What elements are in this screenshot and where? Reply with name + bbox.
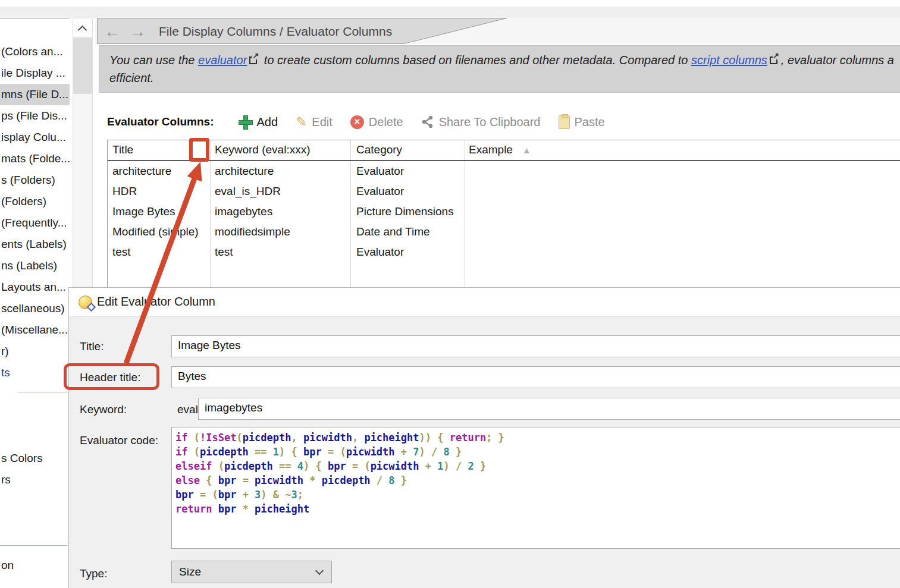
table-row[interactable]: Image BytesimagebytesPicture Dimensions [108, 203, 900, 223]
table-cell: test [215, 246, 348, 259]
sidebar-item[interactable]: isplay Colu... [0, 127, 70, 148]
window-top-band [0, 7, 900, 18]
header-title-input[interactable]: Bytes [171, 366, 900, 388]
sidebar-item[interactable]: r) [0, 341, 70, 362]
table-cell: architecture [112, 165, 208, 178]
code-line: return bpr * picheight [175, 502, 900, 516]
delete-x-icon: × [350, 115, 364, 129]
scrollbar-thumb[interactable] [73, 37, 92, 94]
sidebar-item[interactable]: (Frequently... [0, 212, 70, 234]
column-header-title[interactable]: Title [112, 143, 208, 156]
table-cell: modifiedsimple [215, 225, 348, 238]
keyword-input[interactable]: imagebytes [198, 398, 900, 420]
sidebar-item[interactable]: ns (Labels) [0, 255, 70, 276]
sidebar-item[interactable]: scellaneous) [0, 298, 70, 319]
sidebar-item[interactable]: (Miscellane... [0, 319, 70, 341]
chevron-up-icon [78, 26, 87, 35]
code-line: if (!IsSet(picdepth, picwidth, picheight… [175, 430, 900, 445]
sidebar-item[interactable]: ps (File Dis... [0, 105, 70, 127]
sidebar-tree-connector-line [18, 392, 67, 392]
external-link-icon [770, 56, 777, 64]
table-cell: imagebytes [215, 205, 348, 218]
page-description: You can use the evaluator to create cust… [99, 45, 900, 93]
back-arrow-icon[interactable]: ← [104, 23, 120, 41]
page-title: File Display Columns / Evaluator Columns [159, 24, 392, 39]
dialog-title: Edit Evaluator Column [97, 295, 215, 309]
sidebar-item[interactable]: rs [0, 469, 70, 490]
table-cell: Image Bytes [112, 205, 208, 218]
preferences-sidebar: (Colors an...ile Display ...mns (File D.… [0, 18, 70, 588]
pencil-icon: ✎ [296, 114, 307, 130]
sidebar-item[interactable]: Layouts an... [0, 276, 70, 298]
evaluator-columns-toolbar: Evaluator Columns: Add ✎ Edit × Delete S… [107, 112, 898, 132]
table-cell: eval_is_HDR [215, 185, 348, 198]
header-title-field-label: Header title: [80, 371, 140, 384]
column-header-category[interactable]: Category [356, 143, 462, 156]
dialog-titlebar: Edit Evaluator Column [69, 288, 900, 317]
toolbar-label: Evaluator Columns: [107, 115, 214, 128]
edit-button[interactable]: ✎ Edit [296, 114, 333, 130]
title-input[interactable]: Image Bytes [171, 335, 900, 357]
table-cell: architecture [215, 165, 348, 178]
table-row[interactable]: testtestEvaluator [108, 243, 900, 263]
type-dropdown[interactable]: Size [171, 561, 332, 583]
sidebar-item[interactable]: s Colors [0, 448, 70, 469]
description-line-1: You can use the evaluator to create cust… [109, 51, 900, 69]
delete-button[interactable]: × Delete [350, 115, 403, 129]
sidebar-scrollbar[interactable] [73, 18, 93, 287]
sidebar-item[interactable]: ents (Labels) [0, 234, 70, 255]
type-field-label: Type: [80, 567, 107, 580]
table-cell: HDR [112, 185, 208, 198]
evaluator-code-editor[interactable]: if (!IsSet(picdepth, picwidth, picheight… [171, 427, 900, 549]
paste-button[interactable]: Paste [559, 115, 605, 129]
table-row[interactable]: Modified (simple)modifiedsimpleDate and … [108, 223, 900, 243]
table-cell: Evaluator [356, 246, 462, 259]
app-window: (Colors an...ile Display ...mns (File D.… [0, 0, 900, 588]
table-row[interactable]: architecturearchitectureEvaluator [108, 162, 900, 183]
code-line: else { bpr = picwidth * picdepth / 8 } [175, 473, 900, 488]
code-line: if (picdepth == 1) { bpr = (picwidth + 7… [175, 445, 900, 459]
table-row[interactable]: HDReval_is_HDREvaluator [108, 183, 900, 203]
title-field-label: Title: [80, 340, 104, 353]
column-header-keyword[interactable]: Keyword (eval:xxx) [215, 143, 348, 156]
breadcrumb: ← → File Display Columns / Evaluator Col… [104, 21, 497, 42]
scrollbar-up-button[interactable] [73, 18, 92, 36]
script-columns-link[interactable]: script columns [691, 54, 767, 67]
evaluator-code-label: Evaluator code: [80, 434, 158, 447]
sidebar-item[interactable]: ile Display ... [0, 62, 70, 84]
sidebar-divider [0, 545, 67, 546]
table-cell: Picture Dimensions [356, 205, 462, 218]
sidebar-item[interactable]: s (Folders) [0, 169, 70, 191]
sidebar-item[interactable]: (Colors an... [0, 41, 70, 62]
sidebar-item[interactable]: on [0, 555, 70, 576]
table-cell: Evaluator [356, 165, 462, 178]
code-line: bpr = (bpr + 3) & ~3; [175, 488, 900, 502]
description-line-2: efficient. [109, 69, 900, 87]
sidebar-item[interactable]: mns (File D... [0, 84, 70, 105]
table-cell: Evaluator [356, 185, 462, 198]
forward-arrow-icon[interactable]: → [130, 23, 146, 41]
plus-icon [239, 115, 252, 128]
evaluator-link[interactable]: evaluator [198, 54, 247, 67]
edit-evaluator-column-dialog: Edit Evaluator Column Title: Image Bytes… [68, 287, 900, 588]
evaluator-columns-table: Title Keyword (eval:xxx) Category Exampl… [107, 140, 900, 287]
keyword-field-label: Keyword: [80, 403, 127, 416]
share-icon [421, 115, 434, 128]
table-header-row: Title Keyword (eval:xxx) Category Exampl… [108, 140, 900, 161]
table-cell: test [112, 246, 208, 259]
share-to-clipboard-button[interactable]: Share To Clipboard [421, 115, 541, 129]
evaluator-column-icon [79, 294, 95, 310]
code-line: elseif (picdepth == 4) { bpr = (picwidth… [175, 459, 900, 473]
table-cell: Date and Time [356, 225, 462, 238]
sidebar-item[interactable]: mats (Folde... [0, 148, 70, 169]
sort-ascending-icon: ▲ [522, 145, 531, 155]
table-cell: Modified (simple) [112, 225, 208, 238]
column-header-example[interactable]: Example▲ [469, 143, 623, 156]
chevron-down-icon [315, 567, 324, 575]
sidebar-item[interactable]: (Folders) [0, 191, 70, 212]
clipboard-icon [559, 115, 570, 129]
external-link-icon [249, 56, 257, 64]
add-button[interactable]: Add [239, 115, 278, 129]
sidebar-item[interactable]: ts [0, 362, 70, 383]
